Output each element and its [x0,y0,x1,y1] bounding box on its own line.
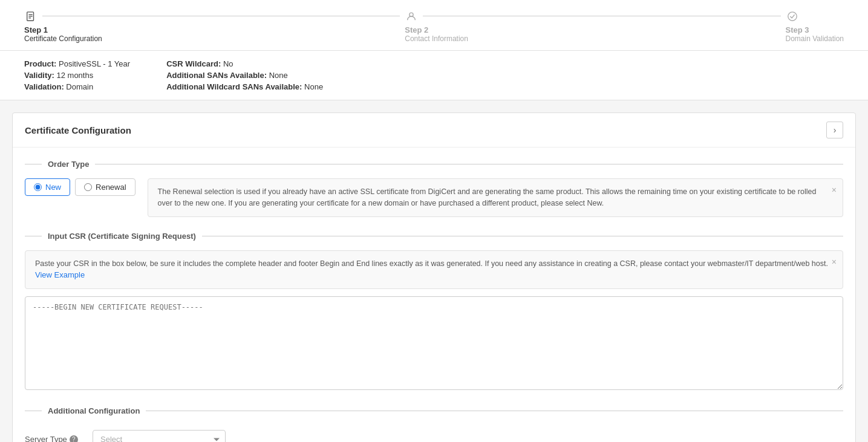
config-card-header: Certificate Configuration › [13,113,855,148]
step-2: Step 2 Contact Information [405,10,785,43]
step-3-name: Domain Validation [786,34,844,43]
step-1-name: Certificate Configuration [24,34,102,43]
radio-group: New Renewal [25,178,135,196]
csr-wildcard-row: CSR Wildcard: No [166,59,323,68]
step-2-name: Contact Information [405,34,468,43]
validity-label: Validity: [24,71,54,80]
user-icon [405,10,418,23]
step-2-number: Step 2 [405,25,468,34]
csr-notice-close[interactable]: × [832,256,837,268]
main-content: Certificate Configuration › Order Type N… [0,100,868,442]
renewal-radio-input[interactable] [84,183,92,191]
product-value: PositiveSSL - 1 Year [59,59,130,68]
steps-bar: Step 1 Certificate Configuration Step 2 … [0,0,868,51]
validity-row: Validity: 12 months [24,71,130,80]
new-radio-label: New [45,183,61,192]
order-type-notice-text: The Renewal selection is used if you alr… [158,187,817,207]
additional-sans-row: Additional SANs Available: None [166,71,323,80]
server-type-label: Server Type ? [25,435,85,442]
check-icon [786,10,799,23]
product-row: Product: PositiveSSL - 1 Year [24,59,130,68]
additional-config-line-right [146,411,843,411]
new-radio-button[interactable]: New [25,178,70,196]
csr-notice: Paste your CSR in the box below, be sure… [25,250,843,290]
additional-wildcard-sans-label: Additional Wildcard SANs Available: [166,82,302,91]
renewal-radio-label: Renewal [96,183,126,192]
section-line-left [25,164,42,164]
additional-sans-value: None [269,71,288,80]
step-1-number: Step 1 [24,25,102,34]
section-line-right [95,164,843,164]
product-info-right: CSR Wildcard: No Additional SANs Availab… [166,59,323,91]
csr-textarea[interactable] [25,296,843,390]
server-type-label-text: Server Type [25,435,67,442]
step-1: Step 1 Certificate Configuration [24,10,405,43]
csr-wildcard-value: No [223,59,233,68]
server-type-select-wrapper: Select Apache IIS Nginx Other [93,430,226,442]
csr-section-title: Input CSR (Certificate Signing Request) [48,232,196,241]
order-type-container: New Renewal The Renewal selection is use… [25,178,843,217]
additional-wildcard-sans-value: None [304,82,323,91]
additional-sans-label: Additional SANs Available: [166,71,267,80]
additional-wildcard-sans-row: Additional Wildcard SANs Available: None [166,82,323,91]
chevron-right-icon: › [834,125,837,135]
csr-notice-text: Paste your CSR in the box below, be sure… [35,259,828,268]
product-info-bar: Product: PositiveSSL - 1 Year Validity: … [0,51,868,100]
server-type-select[interactable]: Select Apache IIS Nginx Other [93,430,226,442]
step-3-number: Step 3 [786,25,844,34]
order-type-section-title: Order Type [48,160,89,169]
new-radio-input[interactable] [34,183,42,191]
csr-section-header: Input CSR (Certificate Signing Request) [25,232,843,241]
product-info-left: Product: PositiveSSL - 1 Year Validity: … [24,59,130,91]
step-line-1 [42,16,400,16]
chevron-button[interactable]: › [826,122,843,138]
product-label: Product: [24,59,56,68]
csr-line-right [202,236,843,236]
view-example-link[interactable]: View Example [35,270,85,279]
config-card-title: Certificate Configuration [25,125,131,135]
help-icon[interactable]: ? [70,435,78,443]
validity-value: 12 months [56,71,93,80]
order-type-notice-close[interactable]: × [832,184,837,197]
validation-row: Validation: Domain [24,82,130,91]
step-3-labels: Step 3 Domain Validation [786,25,844,43]
order-type-notice: The Renewal selection is used if you alr… [148,178,843,217]
order-type-section-header: Order Type [25,160,843,169]
step-1-labels: Step 1 Certificate Configuration [24,25,102,43]
csr-wildcard-label: CSR Wildcard: [166,59,221,68]
additional-config-section-title: Additional Configuration [48,406,140,415]
step-line-2 [423,16,780,16]
step-2-labels: Step 2 Contact Information [405,25,468,43]
server-type-row: Server Type ? Select Apache IIS Nginx Ot… [25,425,843,442]
additional-config: Additional Configuration Server Type ? S… [25,406,843,442]
csr-line-left [25,236,42,236]
card-body: Order Type New Renewal The Renewal selec… [13,148,855,442]
config-card: Certificate Configuration › Order Type N… [12,112,856,442]
renewal-radio-button[interactable]: Renewal [75,178,135,196]
validation-value: Domain [66,82,93,91]
svg-point-5 [788,12,796,21]
additional-config-section-header: Additional Configuration [25,406,843,415]
additional-config-line-left [25,411,42,411]
doc-icon [24,10,38,23]
validation-label: Validation: [24,82,64,91]
step-3: Step 3 Domain Validation [786,10,844,43]
